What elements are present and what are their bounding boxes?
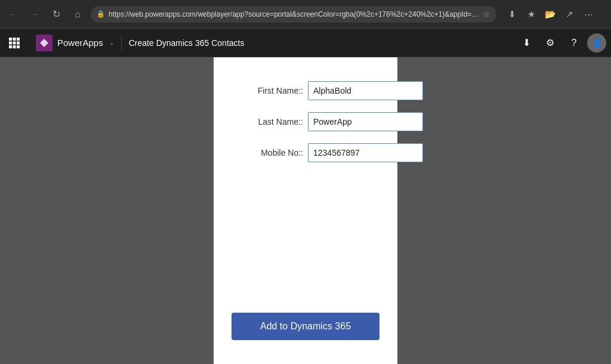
app-brand[interactable]: PowerApps ⌄: [29, 29, 121, 57]
refresh-button[interactable]: ↻: [48, 6, 64, 23]
svg-rect-6: [9, 45, 12, 48]
first-name-label: First Name::: [232, 86, 303, 95]
header-right: ⬇ ⚙ ? 👤: [516, 32, 611, 54]
browser-action-group: ⬇ ★ 📂 ↗ ⋯: [504, 6, 597, 23]
first-name-group: First Name::: [232, 81, 379, 100]
first-name-input[interactable]: [308, 81, 423, 100]
more-button[interactable]: ⋯: [580, 6, 597, 23]
card-spacer: [232, 174, 379, 313]
brand-chevron-icon: ⌄: [109, 39, 114, 46]
download-button[interactable]: ⬇: [504, 6, 520, 23]
app-header: PowerApps ⌄ Create Dynamics 365 Contacts…: [0, 29, 611, 57]
add-to-dynamics-button[interactable]: Add to Dynamics 365: [232, 313, 379, 340]
last-name-label: Last Name::: [232, 117, 303, 127]
svg-rect-7: [13, 45, 16, 48]
brand-name: PowerApps: [57, 38, 103, 48]
collections-button[interactable]: 📂: [542, 6, 558, 23]
svg-rect-8: [17, 45, 20, 48]
svg-rect-5: [17, 41, 20, 44]
powerapps-logo: [36, 35, 53, 51]
svg-rect-1: [13, 38, 16, 41]
svg-rect-4: [13, 41, 16, 44]
share-button[interactable]: ↗: [561, 6, 578, 23]
back-button[interactable]: ←: [5, 6, 21, 23]
app-title: Create Dynamics 365 Contacts: [121, 36, 245, 50]
favorites-button[interactable]: ★: [523, 6, 539, 23]
mobile-group: Mobile No::: [232, 143, 379, 162]
last-name-group: Last Name::: [232, 112, 379, 131]
app-card: First Name:: Last Name:: Mobile No:: Add…: [214, 57, 397, 364]
forward-button[interactable]: →: [26, 6, 43, 23]
bookmark-icon[interactable]: ☆: [483, 10, 490, 19]
help-icon-button[interactable]: ?: [563, 32, 585, 54]
main-area: First Name:: Last Name:: Mobile No:: Add…: [0, 57, 611, 364]
svg-rect-0: [9, 38, 12, 41]
user-avatar-button[interactable]: 👤: [587, 33, 606, 53]
lock-icon: 🔒: [97, 10, 105, 18]
mobile-label: Mobile No::: [232, 148, 303, 158]
svg-rect-2: [17, 38, 20, 41]
last-name-input[interactable]: [308, 112, 423, 131]
url-text: https://web.powerapps.com/webplayer/app?…: [109, 10, 479, 18]
download-icon-button[interactable]: ⬇: [516, 32, 537, 54]
svg-rect-3: [9, 41, 12, 44]
settings-icon-button[interactable]: ⚙: [539, 32, 561, 54]
home-button[interactable]: ⌂: [69, 6, 86, 23]
mobile-input[interactable]: [308, 143, 423, 162]
address-bar[interactable]: 🔒 https://web.powerapps.com/webplayer/ap…: [91, 6, 496, 23]
waffle-menu-button[interactable]: [0, 29, 29, 57]
browser-chrome: ← → ↻ ⌂ 🔒 https://web.powerapps.com/webp…: [0, 0, 611, 29]
